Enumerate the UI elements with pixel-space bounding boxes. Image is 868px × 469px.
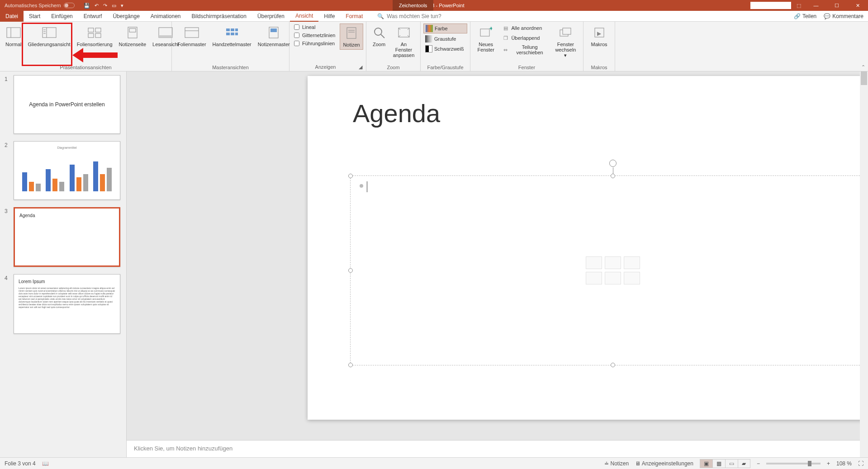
slide-counter[interactable]: Folie 3 von 4 bbox=[5, 460, 36, 467]
slide-master-icon bbox=[185, 25, 199, 40]
scrollbar-thumb[interactable] bbox=[861, 71, 867, 85]
display-settings-button[interactable]: 🖥 Anzeigeeinstellungen bbox=[635, 460, 693, 467]
undo-icon[interactable]: ↶ bbox=[95, 3, 99, 9]
new-window-button[interactable]: ✦Neues Fenster bbox=[473, 24, 498, 60]
resize-handle[interactable] bbox=[348, 268, 353, 273]
insert-smartart-icon[interactable] bbox=[624, 256, 640, 269]
minimize-button[interactable]: — bbox=[806, 0, 826, 11]
handout-master-icon bbox=[225, 25, 239, 40]
grayscale-button[interactable]: Graustufe bbox=[423, 34, 467, 43]
tab-format[interactable]: Format bbox=[340, 11, 368, 22]
maximize-button[interactable]: ☐ bbox=[826, 0, 847, 11]
slide-thumbnail-4[interactable]: Lorem Ipsum Lorem ipsum dolor sit amet c… bbox=[14, 274, 120, 334]
gridlines-checkbox[interactable]: Gitternetzlinien bbox=[292, 32, 337, 39]
normal-view-button[interactable]: Normal bbox=[3, 24, 24, 49]
ribbon-display-options-icon[interactable]: ⬚ bbox=[792, 0, 806, 11]
outline-view-icon bbox=[42, 25, 57, 40]
tab-insert[interactable]: Einfügen bbox=[46, 11, 78, 22]
slide-master-button[interactable]: Folienmaster bbox=[175, 24, 209, 49]
spell-check-icon[interactable]: 📖 bbox=[42, 460, 49, 467]
autosave-toggle[interactable]: Automatisches Speichern bbox=[0, 3, 79, 8]
collapse-ribbon-icon[interactable]: ⌃ bbox=[861, 64, 865, 70]
fit-to-window-statusbar-button[interactable]: ⛶ bbox=[858, 460, 863, 467]
tab-transitions[interactable]: Übergänge bbox=[107, 11, 145, 22]
slide-thumbnail-3[interactable]: Agenda bbox=[14, 207, 120, 267]
tab-help[interactable]: Hilfe bbox=[318, 11, 340, 22]
move-split-button[interactable]: ⇔Teilung verschieben bbox=[500, 43, 550, 56]
insert-chart-icon[interactable] bbox=[605, 256, 621, 269]
insert-video-icon[interactable] bbox=[624, 272, 640, 284]
normal-view-statusbar-button[interactable]: ▣ bbox=[700, 459, 712, 468]
slide-canvas[interactable]: Agenda bbox=[127, 71, 868, 457]
zoom-slider[interactable] bbox=[766, 463, 821, 464]
notes-toggle-button[interactable]: ≐ Notizen bbox=[604, 460, 629, 467]
insert-table-icon[interactable] bbox=[586, 256, 602, 269]
content-placeholder[interactable] bbox=[350, 175, 868, 365]
qat-customize-icon[interactable]: ▾ bbox=[121, 3, 123, 9]
zoom-button[interactable]: Zoom bbox=[369, 24, 389, 60]
content-placeholder-icons bbox=[586, 256, 640, 284]
tab-file[interactable]: Datei bbox=[0, 11, 24, 22]
tab-start[interactable]: Start bbox=[24, 11, 46, 22]
rotate-handle-icon[interactable] bbox=[609, 160, 617, 167]
slide-title[interactable]: Agenda bbox=[353, 99, 440, 128]
resize-handle[interactable] bbox=[348, 363, 353, 367]
svg-rect-20 bbox=[226, 33, 230, 35]
thumb-title: Agenda bbox=[19, 213, 114, 218]
insert-online-picture-icon[interactable] bbox=[605, 272, 621, 284]
fit-window-icon bbox=[397, 25, 411, 40]
color-button[interactable]: Farbe bbox=[423, 24, 467, 33]
group-label-master-views: Masteransichten bbox=[175, 64, 286, 70]
tab-view[interactable]: Ansicht bbox=[290, 11, 318, 22]
reading-view-statusbar-button[interactable]: ▭ bbox=[725, 459, 738, 468]
slide-thumbnail-2[interactable]: Diagrammtitel bbox=[14, 141, 120, 200]
slide-sorter-button[interactable]: Foliensortierung bbox=[74, 24, 115, 49]
ruler-checkbox[interactable]: Lineal bbox=[292, 24, 337, 31]
svg-rect-31 bbox=[480, 29, 489, 36]
comments-button[interactable]: 💬 Kommentare bbox=[824, 13, 863, 19]
resize-handle[interactable] bbox=[611, 174, 615, 178]
notes-pane-button[interactable]: Notizen bbox=[340, 24, 363, 50]
slide-sorter-statusbar-button[interactable]: ▦ bbox=[712, 459, 725, 468]
tell-me-search[interactable]: 🔍 Was möchten Sie tun? bbox=[377, 13, 441, 19]
svg-rect-25 bbox=[347, 28, 356, 38]
slide-thumbnail-1[interactable]: Agenda in PowerPoint erstellen bbox=[14, 75, 120, 134]
tab-review[interactable]: Überprüfen bbox=[252, 11, 290, 22]
arrange-all-button[interactable]: ▤Alle anordnen bbox=[500, 24, 550, 33]
redo-icon[interactable]: ↷ bbox=[103, 3, 107, 9]
vertical-scrollbar[interactable] bbox=[860, 71, 868, 457]
share-button[interactable]: 🔗 Teilen bbox=[794, 13, 816, 19]
fit-to-window-button[interactable]: An Fenster anpassen bbox=[390, 24, 417, 60]
title-search-box[interactable] bbox=[750, 2, 791, 9]
switch-windows-button[interactable]: Fenster wechseln ▾ bbox=[551, 24, 580, 60]
slide-number: 4 bbox=[5, 274, 10, 334]
tab-animations[interactable]: Animationen bbox=[145, 11, 186, 22]
resize-handle[interactable] bbox=[611, 363, 615, 367]
dialog-launcher-icon[interactable]: ◢ bbox=[359, 64, 362, 70]
insert-picture-icon[interactable] bbox=[586, 272, 602, 284]
zoom-level[interactable]: 108 % bbox=[836, 460, 852, 467]
group-label-color-grayscale: Farbe/Graustufe bbox=[423, 64, 467, 70]
outline-view-button[interactable]: Gliederungsansicht bbox=[25, 24, 73, 49]
slide: Agenda bbox=[308, 76, 868, 420]
notes-master-button[interactable]: Notizenmaster bbox=[255, 24, 293, 49]
zoom-out-button[interactable]: − bbox=[757, 460, 760, 467]
macros-button[interactable]: ▶Makros bbox=[586, 24, 612, 49]
start-from-beginning-icon[interactable]: ▭ bbox=[112, 3, 116, 9]
notes-pane[interactable]: Klicken Sie, um Notizen hinzuzufügen bbox=[127, 440, 860, 457]
guides-checkbox[interactable]: Führungslinien bbox=[292, 40, 337, 47]
resize-handle[interactable] bbox=[348, 174, 353, 178]
save-icon[interactable]: 💾 bbox=[84, 3, 90, 9]
cascade-button[interactable]: ❐Überlappend bbox=[500, 33, 550, 43]
slideshow-statusbar-button[interactable]: ▰ bbox=[738, 459, 750, 468]
handout-master-button[interactable]: Handzettelmaster bbox=[210, 24, 254, 49]
notes-page-button[interactable]: Notizenseite bbox=[116, 24, 149, 49]
thumb-title: Agenda in PowerPoint erstellen bbox=[29, 101, 104, 108]
group-label-window: Fenster bbox=[473, 64, 580, 70]
zoom-in-button[interactable]: + bbox=[827, 460, 830, 467]
close-button[interactable]: ✕ bbox=[847, 0, 868, 11]
tab-design[interactable]: Entwurf bbox=[78, 11, 108, 22]
black-white-button[interactable]: Schwarzweiß bbox=[423, 44, 467, 53]
tab-slideshow[interactable]: Bildschirmpräsentation bbox=[186, 11, 252, 22]
group-label-presentation-views: Präsentationsansichten bbox=[3, 64, 169, 70]
